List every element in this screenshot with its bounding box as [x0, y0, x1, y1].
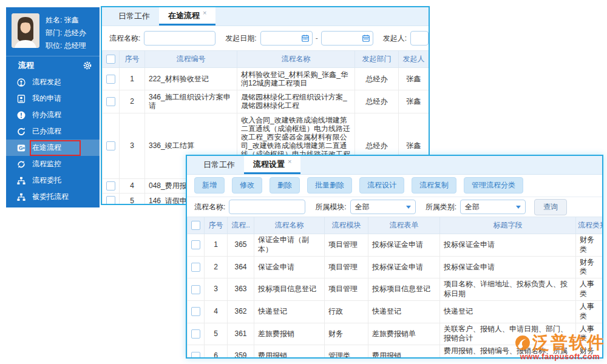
column-header-form: 流程表单 — [368, 217, 440, 234]
sidebar-section-header: 流程 — [6, 56, 100, 74]
tab-in-transit-flow[interactable]: 在途流程 × — [159, 7, 215, 25]
edit-button[interactable]: 修改 — [232, 177, 262, 194]
initiator-input[interactable] — [410, 31, 429, 46]
column-header-module: 流程模块 — [325, 217, 368, 234]
sidebar-item-label: 被委托流程 — [32, 192, 69, 202]
calendar-icon[interactable] — [301, 34, 310, 42]
avatar — [12, 13, 39, 48]
column-header-name: 流程名称 — [254, 217, 325, 234]
select-all-checkbox[interactable] — [191, 221, 200, 230]
row-checkbox[interactable] — [106, 141, 115, 150]
row-checkbox[interactable] — [191, 329, 200, 339]
sidebar-item-1[interactable]: 我的申请 — [6, 90, 100, 107]
flow-name-input[interactable] — [144, 31, 215, 46]
select-all-checkbox[interactable] — [106, 55, 115, 64]
broadcast-icon — [16, 78, 26, 87]
table-row: 1222_材料验收登记材料验收登记_材料采购_张鑫_华润12城房建工程项目总经办… — [103, 68, 429, 90]
sidebar-item-4[interactable]: G在途流程 — [6, 140, 100, 156]
table-header-row: 序号流程编号流程名称发起部门发起人 — [103, 51, 429, 68]
cell-no: 6 — [205, 345, 228, 359]
cell-form: 快递登记 — [368, 300, 440, 323]
cell-form: 投标项目信息登记 — [368, 278, 440, 301]
tab-flow-settings[interactable]: 流程设置 × — [244, 156, 300, 174]
cell-code: 363 — [228, 278, 254, 301]
row-checkbox[interactable] — [106, 181, 115, 190]
cell-name: 快递登记 — [254, 300, 325, 323]
sidebar-item-label: 待办流程 — [32, 110, 61, 120]
cell-form: 费用报销 — [368, 345, 440, 359]
sitemap-icon — [16, 192, 26, 202]
user-title-label: 职位: — [46, 41, 62, 50]
cell-name: 差旅费报销 — [254, 323, 325, 345]
cell-module: 项目管理 — [325, 278, 368, 301]
flow-copy-button[interactable]: 流程复制 — [412, 177, 456, 194]
sidebar-item-3[interactable]: 已办流程 — [6, 123, 100, 140]
cell-person: 张鑫 — [399, 68, 429, 90]
cell-name: 费用报销 — [254, 345, 325, 359]
row-checkbox[interactable] — [191, 263, 200, 272]
flow-settings-window: 日常工作 流程设置 × 新增 修改 删除 批量删除 流程设计 流程复制 管理流程… — [186, 155, 603, 359]
cell-no: 2 — [205, 256, 228, 278]
category-select[interactable]: 全部 — [460, 200, 526, 214]
cell-name: 投标项目信息登记 — [254, 278, 325, 301]
flow-design-button[interactable]: 流程设计 — [359, 177, 404, 194]
cell-dept: 总经办 — [355, 90, 399, 113]
calendar-icon[interactable] — [362, 34, 370, 42]
close-icon[interactable]: × — [203, 9, 206, 16]
gear-icon[interactable] — [83, 61, 92, 70]
chevron-down-icon — [516, 206, 521, 209]
user-dept-row: 部门: 总经办 — [46, 27, 86, 39]
row-checkbox[interactable] — [106, 75, 115, 84]
cell-name: 材料验收登记_材料采购_张鑫_华润12城房建工程项目 — [237, 68, 355, 90]
row-checkbox[interactable] — [106, 196, 115, 205]
table-row: 1365保证金申请（副本）项目管理投标保证金申请投标保证金申请财务类 — [188, 234, 604, 257]
column-header-fields: 标题字段 — [440, 217, 576, 234]
manage-flow-category-button[interactable]: 管理流程分类 — [464, 177, 523, 194]
sidebar-item-0[interactable]: 流程发起 — [6, 74, 100, 90]
table-row: 2364保证金申请项目管理投标保证金申请投标保证金申请财务类 — [188, 256, 604, 278]
sidebar-item-5[interactable]: 流程监控 — [6, 156, 100, 172]
cell-person: 张鑫 — [399, 90, 429, 113]
cell-code: 362 — [228, 300, 254, 323]
cell-no: 1 — [120, 68, 145, 90]
user-dept-label: 部门: — [46, 29, 62, 37]
fanpu-logo-icon — [515, 335, 531, 351]
column-header-code: 流程编号 — [145, 51, 237, 68]
settings-name-input[interactable] — [229, 200, 305, 214]
cell-category: 人事类 — [576, 278, 604, 301]
row-checkbox[interactable] — [191, 307, 200, 316]
sidebar-item-2[interactable]: 待办流程 — [6, 107, 100, 123]
cell-fields: 投标保证金申请 — [440, 256, 576, 278]
sidebar-item-6[interactable]: 流程委托 — [6, 172, 100, 189]
chevron-down-icon — [406, 206, 411, 209]
delete-button[interactable]: 删除 — [270, 177, 300, 194]
row-checkbox[interactable] — [191, 240, 200, 249]
row-checkbox[interactable] — [191, 285, 200, 294]
screen: 姓名: 张鑫 部门: 总经办 职位: 总经理 流程 流程发起我的申请待办流程已办… — [0, 0, 607, 364]
close-icon[interactable]: × — [288, 158, 291, 165]
row-checkbox[interactable] — [106, 97, 115, 106]
cell-code: 222_材料验收登记 — [145, 68, 237, 90]
sidebar-item-7[interactable]: 被委托流程 — [6, 189, 100, 205]
user-name: 张鑫 — [64, 16, 79, 24]
sync-icon — [16, 160, 26, 169]
module-select[interactable]: 全部 — [350, 200, 416, 214]
tab-daily-work-2[interactable]: 日常工作 — [194, 156, 244, 174]
add-button[interactable]: 新增 — [194, 177, 225, 194]
cell-no: 4 — [120, 178, 145, 193]
cell-no: 5 — [120, 194, 145, 205]
settings-name-label: 流程名称: — [194, 202, 225, 212]
cell-no: 4 — [205, 300, 228, 323]
flow-filter-bar: 流程名称: 发起日期: - 发起人: — [102, 26, 429, 50]
cell-form: 差旅费报销单 — [368, 323, 440, 345]
batch-delete-button[interactable]: 批量删除 — [307, 177, 352, 194]
row-checkbox[interactable] — [191, 352, 200, 359]
tab-daily-work[interactable]: 日常工作 — [109, 7, 159, 25]
start-date-label: 发起日期: — [225, 33, 256, 44]
column-header-code: 流程.. — [228, 217, 254, 234]
user-dept: 总经办 — [64, 29, 86, 37]
user-name-label: 姓名: — [46, 16, 62, 24]
transit-icon: G — [16, 143, 26, 153]
query-button[interactable]: 查询 — [534, 199, 567, 215]
cell-module: 行政 — [325, 300, 368, 323]
